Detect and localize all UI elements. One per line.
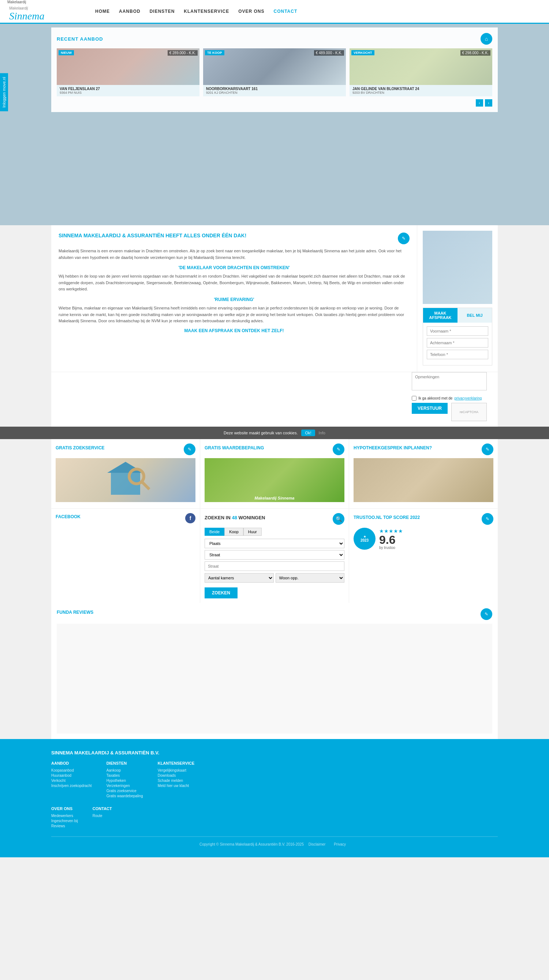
search-section: ZOEKEN IN 48 WONINGEN 🔍 Beide Koop Huur … (200, 509, 349, 603)
carousel-next[interactable]: › (485, 99, 492, 107)
footer-link[interactable]: Downloads (158, 773, 195, 778)
funda-icon: ✎ (481, 608, 492, 620)
filter-koop[interactable]: Koop (224, 528, 243, 536)
subtitle-2: 'RUIME ERVARING' (59, 297, 409, 302)
woningen-label: WONINGEN (239, 515, 265, 520)
footer-link[interactable]: Reviews (51, 824, 78, 828)
footer-link[interactable]: Meld hier uw klacht (158, 784, 195, 788)
property-city: 9364 PM NUIS (60, 91, 197, 94)
property-city: 9203 BV DRACHTEN (352, 91, 489, 94)
nav-home[interactable]: HOME (95, 9, 110, 14)
funda-content (57, 624, 492, 733)
disclaimer-link[interactable]: Disclaimer (309, 842, 326, 846)
opmerkingen-textarea[interactable] (412, 372, 487, 390)
property-info: VAN FELJENSLAAN 27 9364 PM NUIS (57, 85, 200, 96)
footer-link[interactable]: Gratis waardebepaling (106, 794, 143, 798)
footer-link[interactable]: Verzekeringen (106, 784, 143, 788)
property-price: € 489.000 - K.K. (314, 50, 344, 56)
footer-link[interactable]: Gratis zoekservice (106, 789, 143, 793)
trustoo-section: TRUSTOO.NL TOP SCORE 2022 ✎ ★ 2023 ★★★★★… (349, 509, 498, 603)
main-nav: HOME AANBOD DIENSTEN KLANTENSERVICE OVER… (95, 9, 297, 14)
footer-link[interactable]: Hypotheken (106, 779, 143, 783)
privacy-checkbox[interactable] (412, 396, 417, 401)
footer-diensten-heading: DIENSTEN (106, 761, 143, 765)
privacy-checkbox-row: Ik ga akkoord met de privacyverklaring (412, 396, 487, 401)
zoekservice-image (56, 458, 195, 502)
nav-klantenservice[interactable]: KLANTENSERVICE (184, 9, 229, 14)
property-card[interactable]: TE KOOP € 489.000 - K.K. NOORBORKHARSVAA… (203, 48, 346, 96)
footer-link[interactable]: Aankoop (106, 768, 143, 772)
edit-icon: ✎ (398, 232, 409, 244)
cookie-info-button[interactable]: Info (319, 431, 325, 435)
property-address: NOORBORKHARSVAART 161 (206, 87, 343, 91)
funda-title: FUNDA REVIEWS (57, 610, 93, 615)
funda-section: FUNDA REVIEWS ✎ (51, 603, 498, 739)
footer-link[interactable]: Route (93, 814, 112, 818)
voornaam-input[interactable] (427, 326, 488, 336)
privacy-link[interactable]: Privacy (334, 842, 346, 846)
plaats-select[interactable]: Plaats (205, 539, 344, 548)
cookie-bar: Deze website maakt gebruik van cookies. … (0, 426, 549, 439)
property-price: € 289.000 - K.K. (168, 50, 198, 56)
main-left-content: SINNEMA MAKELAARDIJ & ASSURANTIËN HEEFT … (51, 225, 417, 372)
facebook-icon: f (185, 513, 195, 523)
side-login-bar[interactable]: Inloggen move.nl (0, 73, 8, 111)
main-content-section: SINNEMA MAKELAARDIJ & ASSURANTIËN HEEFT … (51, 225, 498, 372)
three-cards-section: GRATIS ZOEKSERVICE ✎ GRATIS WAARDEBEPALI… (51, 439, 498, 508)
filter-huur[interactable]: Huur (243, 528, 262, 536)
recent-aanbod-icon: ⌂ (481, 33, 492, 45)
logo[interactable]: Makelaardij Makelaardij Sinnema (7, 0, 81, 23)
carousel-prev[interactable]: ‹ (476, 99, 483, 107)
zoekservice-icon: ✎ (184, 444, 195, 455)
nav-diensten[interactable]: DIENSTEN (150, 9, 175, 14)
footer-link[interactable]: Taxaties (106, 773, 143, 778)
search-button[interactable]: ZOEKEN (205, 587, 238, 598)
trustoo-badge: ★ 2023 ★★★★★ 9.6 by trustoo (354, 528, 493, 550)
filter-beide[interactable]: Beide (205, 528, 224, 536)
property-price: € 298.000 - K.K. (460, 50, 490, 56)
footer-link[interactable]: Medewerkers (51, 814, 78, 818)
footer-link[interactable]: Inschrijven zoekopdracht (51, 784, 92, 788)
submit-button[interactable]: VERSTUUR (412, 403, 447, 414)
recent-aanbod-panel: RECENT AANBOD ⌂ NIEUW € 289.000 - K.K. V… (51, 27, 498, 112)
cookie-text: Deze website maakt gebruik van cookies. (224, 431, 298, 435)
property-card[interactable]: NIEUW € 289.000 - K.K. VAN FELJENSLAAN 2… (57, 48, 200, 96)
achternaam-input[interactable] (427, 338, 488, 348)
privacy-link[interactable]: privacyverklaring (454, 396, 482, 400)
nav-contact[interactable]: CONTACT (274, 9, 298, 14)
straat-select[interactable]: Straat (205, 550, 344, 560)
cookie-ok-button[interactable]: Ok! (301, 430, 315, 436)
kamers-select[interactable]: Aantal kamers (205, 573, 274, 583)
footer-link[interactable]: Huuraanbod (51, 773, 92, 778)
footer-diensten: DIENSTEN Aankoop Taxaties Hypotheken Ver… (106, 761, 143, 799)
trustoo-score-area: ★★★★★ 9.6 by trustoo (379, 528, 403, 550)
cta-link[interactable]: MAAK EEN AFSPRAAK EN ONTDEK HET ZELF! (59, 328, 409, 333)
footer-link[interactable]: Schade melden (158, 779, 195, 783)
tab-bel-mij[interactable]: BEL MIJ (457, 308, 492, 323)
telefoon-input[interactable] (427, 350, 488, 359)
intro-text: Makelaardij Sinnema is een ervaren makel… (59, 248, 409, 261)
zoekservice-title: GRATIS ZOEKSERVICE (56, 445, 105, 450)
nav-aanbod[interactable]: AANBOD (119, 9, 141, 14)
trustoo-icon: ✎ (482, 513, 493, 525)
facebook-section: FACEBOOK f (51, 509, 200, 603)
recaptcha: reCAPTCHA (451, 403, 487, 421)
footer-cols: AANBOD Koopasanbod Huuraanbod Verkocht I… (51, 761, 498, 799)
trustoo-year-badge: ★ 2023 (354, 528, 376, 550)
property-card[interactable]: VERKOCHT € 298.000 - K.K. JAN GELINDE VA… (349, 48, 492, 96)
footer-link[interactable]: Koopasanbod (51, 768, 92, 772)
property-address: JAN GELINDE VAN BLONKSTRAAT 24 (352, 87, 489, 91)
footer-link[interactable]: Verkocht (51, 779, 92, 783)
tab-maak-afspraak[interactable]: MAAK AFSPRAAK (423, 308, 457, 323)
footer-link[interactable]: Ingeschreven bij (51, 819, 78, 823)
straat-input[interactable] (205, 562, 344, 571)
side-login-label: Inloggen move.nl (2, 77, 6, 108)
trustoo-brand: by trustoo (379, 546, 403, 550)
footer-over-ons: OVER ONS Medewerkers Ingeschreven bij Re… (51, 807, 78, 829)
nav-over-ons[interactable]: OVER ONS (238, 9, 264, 14)
subtitle-1: 'DE MAKELAAR VOOR DRACHTEN EN OMSTREKEN' (59, 265, 409, 270)
footer-link[interactable]: Vergelijkingskaart (158, 768, 195, 772)
woonopp-select[interactable]: Woon opp. (276, 573, 345, 583)
footer-aanbod-heading: AANBOD (51, 761, 92, 765)
property-address: VAN FELJENSLAAN 27 (60, 87, 197, 91)
